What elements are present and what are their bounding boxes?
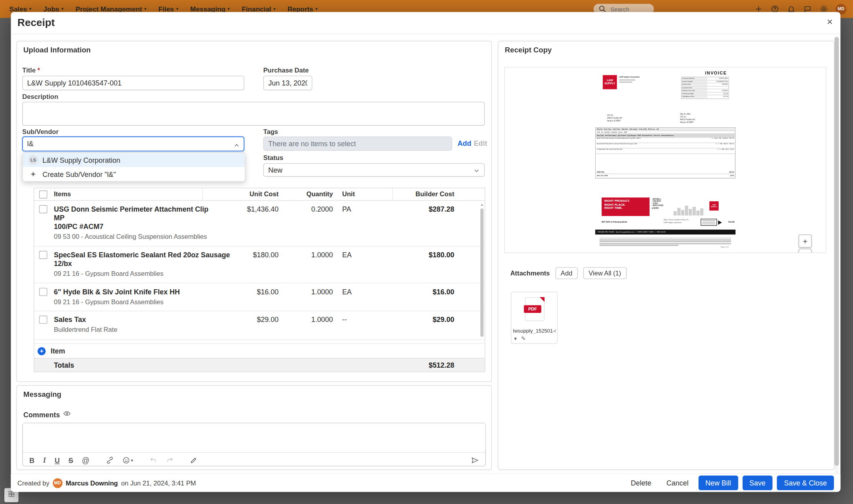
item-quantity: 1.0000	[311, 251, 333, 259]
zoom-out-button[interactable]: −	[799, 249, 812, 253]
vendor-avatar: LS	[28, 155, 38, 165]
invoice-footer-bar: VIEW AND PAY ONLINE: https://lwsupply.bi…	[595, 230, 736, 234]
chevron-down-icon: ▾	[228, 7, 230, 11]
bold-icon[interactable]: B	[30, 456, 35, 465]
send-icon[interactable]	[471, 456, 479, 464]
item-name: Sales Tax	[54, 316, 234, 324]
attachments-view-all-button[interactable]: View All (1)	[583, 267, 626, 279]
save-button[interactable]: Save	[742, 476, 773, 490]
modal-scrollbar[interactable]	[834, 36, 839, 489]
item-category: 09 21 16 - Gypsum Board Assemblies	[54, 269, 234, 278]
status-value: New	[268, 166, 282, 174]
scroll-up-icon[interactable]: ▲	[480, 203, 483, 206]
items-table: Items Unit Cost Quantity Unit Builder Co…	[34, 188, 485, 372]
page-indicator: Page 1 of 1	[721, 246, 729, 248]
vendor-logo: L&W SUPPLY	[603, 75, 617, 89]
arrow-icon	[718, 220, 722, 225]
chevron-down-icon[interactable]: ▾	[514, 336, 517, 342]
dropdown-option-vendor[interactable]: LS L&W Supply Corporation	[23, 153, 245, 167]
edit-pencil-icon[interactable]: ✎	[521, 336, 526, 342]
items-table-body: USG Donn Seismic Perimeter Attachment Cl…	[34, 201, 485, 343]
attachment-thumbnail[interactable]: PDF lwsupply_152501-0... ▾ ✎	[511, 292, 558, 344]
link-icon[interactable]	[106, 456, 113, 464]
annotate-icon[interactable]	[190, 456, 197, 464]
italic-icon[interactable]: I	[43, 456, 46, 465]
redo-icon[interactable]	[166, 456, 173, 464]
row-checkbox[interactable]	[39, 251, 47, 259]
close-icon[interactable]: ×	[827, 16, 833, 26]
ship-to-address: Ship To: 5001 OVI GC 4905 E Franklin Rd …	[680, 113, 695, 124]
create-vendor-label: Create Sub/Vendor "l&"	[43, 170, 116, 178]
item-builder-cost: $180.00	[429, 251, 454, 259]
comments-input[interactable]	[23, 423, 485, 450]
plus-icon: +	[28, 170, 38, 179]
item-unit-cost: $1,436.40	[247, 205, 279, 214]
item-builder-cost: $29.00	[433, 316, 454, 324]
item-quantity: 0.2000	[311, 205, 333, 214]
item-unit: --	[342, 316, 347, 324]
mention-icon[interactable]: @	[82, 456, 90, 465]
totals-value: $512.28	[429, 361, 454, 370]
row-checkbox[interactable]	[39, 288, 47, 296]
item-unit: EA	[342, 251, 351, 259]
undo-icon[interactable]	[149, 456, 157, 464]
status-label: Status	[263, 154, 283, 162]
section-title: Upload Information	[23, 46, 91, 54]
item-unit: PA	[342, 205, 351, 214]
new-bill-button[interactable]: New Bill	[698, 476, 738, 490]
item-name: USG Donn Seismic Perimeter Attachment Cl…	[54, 205, 234, 231]
bill-to-address: OVI GC 4905 E Franklin Rd Nampa, ID 8368…	[607, 114, 622, 123]
delete-button[interactable]: Delete	[625, 476, 657, 490]
item-category: 09 21 16 - Gypsum Board Assemblies	[54, 298, 234, 307]
table-row: 6" Hyde Blk & Slv Joint Knife Flex HH 09…	[34, 283, 485, 311]
underline-icon[interactable]: U	[55, 456, 60, 465]
row-checkbox[interactable]	[39, 205, 47, 214]
title-input[interactable]	[22, 76, 244, 90]
attachments-row: Attachments Add View All (1)	[510, 267, 626, 279]
add-item-button[interactable]: + Item	[34, 343, 485, 358]
row-checkbox[interactable]	[39, 316, 47, 324]
pdf-icon: PDF	[525, 297, 545, 321]
promo-logo: L&W SUPPLY	[709, 201, 718, 210]
select-all-checkbox[interactable]	[39, 190, 47, 199]
plus-icon: +	[37, 347, 46, 355]
dropdown-option-create-vendor[interactable]: + Create Sub/Vendor "l&"	[23, 167, 245, 181]
attachments-label: Attachments	[510, 269, 550, 277]
save-close-button[interactable]: Save & Close	[777, 476, 834, 490]
tags-add-link[interactable]: Add	[457, 139, 471, 147]
status-select[interactable]: New	[263, 163, 485, 177]
item-unit: EA	[342, 288, 351, 296]
strikethrough-icon[interactable]: S	[69, 456, 73, 465]
invoice-info-table: Customer Number152501-0001 Invoice Numbe…	[681, 77, 729, 99]
zoom-in-button[interactable]: +	[799, 234, 812, 247]
emoji-icon[interactable]: ▾	[122, 456, 133, 464]
chevron-up-icon[interactable]	[233, 141, 240, 148]
scrollbar-thumb[interactable]	[834, 37, 839, 466]
purchase-date-input[interactable]	[263, 76, 312, 90]
subvendor-combobox[interactable]	[22, 137, 244, 151]
table-scrollbar[interactable]	[480, 208, 483, 337]
tags-input: There are no items to select	[263, 137, 452, 151]
eye-icon[interactable]	[63, 410, 71, 420]
remit-to: Make Checks Payable & Remit To: L&W Supp…	[664, 219, 689, 223]
attachments-add-button[interactable]: Add	[555, 267, 578, 279]
comment-editor: B I U S @ ▾	[22, 423, 486, 466]
created-on: on Jun 21, 2024, 3:41 PM	[121, 479, 196, 487]
purchase-date-label: Purchase Date	[263, 66, 308, 74]
chevron-down-icon: ▾	[273, 7, 276, 11]
chevron-down-icon: ▾	[176, 7, 178, 11]
chevron-down-icon: ▾	[131, 458, 133, 463]
chevron-down-icon: ▾	[144, 7, 147, 11]
receipt-preview: INVOICE L&W SUPPLY L&W Supply Corporatio…	[504, 67, 826, 253]
vendor-address-block: L&W Supply Corporation	[619, 76, 639, 83]
editor-toolbar: B I U S @ ▾	[23, 452, 485, 468]
chevron-down-icon: ▾	[61, 7, 64, 11]
created-by: Created by MD Marcus Downing on Jun 21, …	[17, 478, 196, 488]
description-input[interactable]	[22, 102, 485, 126]
table-row: Sales Tax Buildertrend Flat Rate $29.00 …	[34, 311, 485, 340]
cancel-button[interactable]: Cancel	[661, 476, 694, 490]
invoice-document: INVOICE L&W SUPPLY L&W Supply Corporatio…	[594, 69, 737, 251]
tags-label: Tags	[263, 128, 278, 135]
attachment-filename: lwsupply_152501-0...	[513, 327, 556, 333]
chevron-down-icon: ▾	[29, 7, 32, 11]
